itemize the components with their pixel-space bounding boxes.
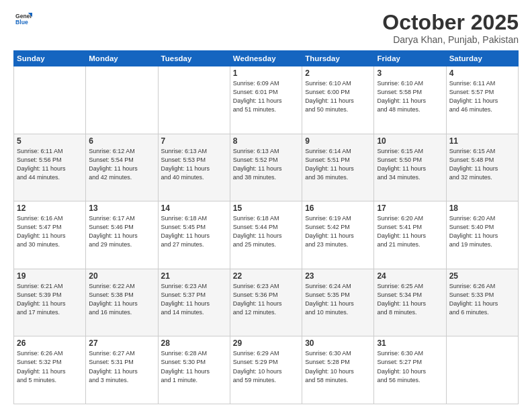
calendar-cell: 17Sunrise: 6:20 AM Sunset: 5:41 PM Dayli… [374,201,446,269]
day-info: Sunrise: 6:22 AM Sunset: 5:38 PM Dayligh… [89,282,154,317]
day-number: 11 [449,136,515,146]
day-info: Sunrise: 6:23 AM Sunset: 5:36 PM Dayligh… [233,282,299,317]
day-number: 13 [89,203,154,213]
calendar-cell: 29Sunrise: 6:29 AM Sunset: 5:29 PM Dayli… [230,336,302,404]
day-info: Sunrise: 6:10 AM Sunset: 6:00 PM Dayligh… [305,79,371,114]
day-info: Sunrise: 6:16 AM Sunset: 5:47 PM Dayligh… [17,214,83,249]
calendar-cell: 3Sunrise: 6:10 AM Sunset: 5:58 PM Daylig… [374,66,446,134]
page: General Blue October 2025 Darya Khan, Pu… [0,0,532,411]
svg-text:Blue: Blue [15,19,28,26]
day-info: Sunrise: 6:11 AM Sunset: 5:57 PM Dayligh… [449,79,515,114]
calendar-cell: 23Sunrise: 6:24 AM Sunset: 5:35 PM Dayli… [302,269,374,336]
calendar-cell: 25Sunrise: 6:26 AM Sunset: 5:33 PM Dayli… [446,269,518,336]
day-info: Sunrise: 6:19 AM Sunset: 5:42 PM Dayligh… [305,214,371,249]
calendar-cell [158,66,230,134]
calendar-cell: 16Sunrise: 6:19 AM Sunset: 5:42 PM Dayli… [302,201,374,269]
calendar-week-3: 12Sunrise: 6:16 AM Sunset: 5:47 PM Dayli… [14,201,519,269]
day-number: 24 [377,271,443,281]
day-number: 26 [17,338,83,348]
calendar-cell [14,66,86,134]
day-info: Sunrise: 6:24 AM Sunset: 5:35 PM Dayligh… [305,282,371,317]
day-info: Sunrise: 6:30 AM Sunset: 5:27 PM Dayligh… [377,349,443,384]
day-info: Sunrise: 6:11 AM Sunset: 5:56 PM Dayligh… [17,147,83,182]
calendar-cell: 15Sunrise: 6:18 AM Sunset: 5:44 PM Dayli… [230,201,302,269]
calendar-table: SundayMondayTuesdayWednesdayThursdayFrid… [13,50,519,404]
calendar-cell [446,336,518,404]
subtitle: Darya Khan, Punjab, Pakistan [382,34,519,45]
day-number: 17 [377,203,443,213]
day-info: Sunrise: 6:21 AM Sunset: 5:39 PM Dayligh… [17,282,83,317]
day-info: Sunrise: 6:18 AM Sunset: 5:44 PM Dayligh… [233,214,299,249]
col-header-saturday: Saturday [446,51,518,66]
logo: General Blue [13,11,32,30]
day-info: Sunrise: 6:26 AM Sunset: 5:33 PM Dayligh… [449,282,515,317]
day-number: 15 [233,203,299,213]
day-info: Sunrise: 6:25 AM Sunset: 5:34 PM Dayligh… [377,282,443,317]
calendar-cell: 7Sunrise: 6:13 AM Sunset: 5:53 PM Daylig… [158,134,230,201]
col-header-thursday: Thursday [302,51,374,66]
calendar-cell: 27Sunrise: 6:27 AM Sunset: 5:31 PM Dayli… [86,336,158,404]
day-number: 14 [161,203,227,213]
day-info: Sunrise: 6:30 AM Sunset: 5:28 PM Dayligh… [305,349,371,384]
day-info: Sunrise: 6:26 AM Sunset: 5:32 PM Dayligh… [17,349,83,384]
calendar-cell: 11Sunrise: 6:15 AM Sunset: 5:48 PM Dayli… [446,134,518,201]
calendar-cell: 24Sunrise: 6:25 AM Sunset: 5:34 PM Dayli… [374,269,446,336]
col-header-monday: Monday [86,51,158,66]
day-number: 22 [233,271,299,281]
calendar-cell: 2Sunrise: 6:10 AM Sunset: 6:00 PM Daylig… [302,66,374,134]
day-number: 9 [305,136,371,146]
day-number: 8 [233,136,299,146]
header: General Blue October 2025 Darya Khan, Pu… [13,11,519,45]
day-number: 7 [161,136,227,146]
col-header-friday: Friday [374,51,446,66]
calendar-cell: 22Sunrise: 6:23 AM Sunset: 5:36 PM Dayli… [230,269,302,336]
day-info: Sunrise: 6:09 AM Sunset: 6:01 PM Dayligh… [233,79,299,114]
day-info: Sunrise: 6:15 AM Sunset: 5:48 PM Dayligh… [449,147,515,182]
day-number: 20 [89,271,154,281]
calendar-cell: 30Sunrise: 6:30 AM Sunset: 5:28 PM Dayli… [302,336,374,404]
calendar-cell: 20Sunrise: 6:22 AM Sunset: 5:38 PM Dayli… [86,269,158,336]
day-number: 1 [233,68,299,78]
day-number: 5 [17,136,83,146]
title-block: October 2025 Darya Khan, Punjab, Pakista… [382,11,519,45]
calendar-week-1: 1Sunrise: 6:09 AM Sunset: 6:01 PM Daylig… [14,66,519,134]
calendar-cell: 5Sunrise: 6:11 AM Sunset: 5:56 PM Daylig… [14,134,86,201]
calendar-cell [86,66,158,134]
day-number: 23 [305,271,371,281]
calendar-cell: 21Sunrise: 6:23 AM Sunset: 5:37 PM Dayli… [158,269,230,336]
day-info: Sunrise: 6:14 AM Sunset: 5:51 PM Dayligh… [305,147,371,182]
calendar-cell: 4Sunrise: 6:11 AM Sunset: 5:57 PM Daylig… [446,66,518,134]
calendar-cell: 14Sunrise: 6:18 AM Sunset: 5:45 PM Dayli… [158,201,230,269]
day-number: 3 [377,68,443,78]
day-info: Sunrise: 6:13 AM Sunset: 5:53 PM Dayligh… [161,147,227,182]
col-header-sunday: Sunday [14,51,86,66]
day-info: Sunrise: 6:28 AM Sunset: 5:30 PM Dayligh… [161,349,227,384]
day-number: 4 [449,68,515,78]
day-number: 18 [449,203,515,213]
day-number: 30 [305,338,371,348]
calendar-header-row: SundayMondayTuesdayWednesdayThursdayFrid… [14,51,519,66]
calendar-cell: 19Sunrise: 6:21 AM Sunset: 5:39 PM Dayli… [14,269,86,336]
day-number: 12 [17,203,83,213]
calendar-cell: 10Sunrise: 6:15 AM Sunset: 5:50 PM Dayli… [374,134,446,201]
logo-icon: General Blue [13,11,32,30]
day-number: 27 [89,338,154,348]
day-info: Sunrise: 6:23 AM Sunset: 5:37 PM Dayligh… [161,282,227,317]
calendar-cell: 9Sunrise: 6:14 AM Sunset: 5:51 PM Daylig… [302,134,374,201]
calendar-week-2: 5Sunrise: 6:11 AM Sunset: 5:56 PM Daylig… [14,134,519,201]
calendar-cell: 12Sunrise: 6:16 AM Sunset: 5:47 PM Dayli… [14,201,86,269]
day-info: Sunrise: 6:18 AM Sunset: 5:45 PM Dayligh… [161,214,227,249]
calendar-cell: 13Sunrise: 6:17 AM Sunset: 5:46 PM Dayli… [86,201,158,269]
day-info: Sunrise: 6:27 AM Sunset: 5:31 PM Dayligh… [89,349,154,384]
calendar-cell: 18Sunrise: 6:20 AM Sunset: 5:40 PM Dayli… [446,201,518,269]
day-info: Sunrise: 6:17 AM Sunset: 5:46 PM Dayligh… [89,214,154,249]
day-info: Sunrise: 6:20 AM Sunset: 5:41 PM Dayligh… [377,214,443,249]
calendar-cell: 1Sunrise: 6:09 AM Sunset: 6:01 PM Daylig… [230,66,302,134]
day-info: Sunrise: 6:20 AM Sunset: 5:40 PM Dayligh… [449,214,515,249]
day-number: 28 [161,338,227,348]
calendar-cell: 6Sunrise: 6:12 AM Sunset: 5:54 PM Daylig… [86,134,158,201]
calendar-cell: 26Sunrise: 6:26 AM Sunset: 5:32 PM Dayli… [14,336,86,404]
day-number: 19 [17,271,83,281]
day-number: 25 [449,271,515,281]
calendar-week-4: 19Sunrise: 6:21 AM Sunset: 5:39 PM Dayli… [14,269,519,336]
